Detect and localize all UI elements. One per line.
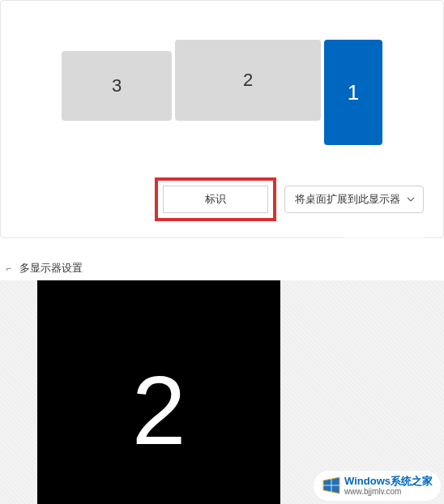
- extend-display-dropdown[interactable]: 将桌面扩展到此显示器: [284, 186, 424, 213]
- multi-display-label: 多显示器设置: [19, 261, 83, 275]
- monitor-3-label: 3: [112, 75, 122, 96]
- watermark-blur: [344, 227, 425, 240]
- identify-button-label: 标识: [205, 192, 226, 207]
- monitor-1-box[interactable]: 1: [324, 40, 382, 145]
- identify-overlay-number: 2: [132, 354, 186, 466]
- watermark-badge: Windows系统之家 www.bjjmlv.com: [314, 471, 441, 501]
- display-controls-row: 标识 将桌面扩展到此显示器: [1, 169, 443, 221]
- windows-logo-icon: [322, 476, 341, 495]
- identify-overlay-box: 2: [37, 280, 280, 504]
- collapse-icon: ⌐: [6, 263, 11, 273]
- watermark-text: Windows系统之家 www.bjjmlv.com: [344, 476, 433, 496]
- display-settings-panel: 3 2 1 标识 将桌面扩展到此显示器: [0, 0, 444, 238]
- display-arrangement-area[interactable]: 3 2 1: [1, 1, 443, 169]
- chevron-down-icon: [407, 195, 415, 203]
- watermark-url: www.bjjmlv.com: [344, 487, 433, 496]
- watermark-title: Windows系统之家: [344, 476, 433, 487]
- monitor-2-box[interactable]: 2: [175, 40, 321, 121]
- monitor-2-label: 2: [243, 70, 253, 91]
- identify-button-highlight: 标识: [155, 177, 276, 221]
- extend-dropdown-label: 将桌面扩展到此显示器: [295, 192, 400, 207]
- multi-display-section-header[interactable]: ⌐ 多显示器设置: [0, 238, 444, 280]
- identify-button[interactable]: 标识: [163, 186, 268, 213]
- monitor-3-box[interactable]: 3: [62, 51, 172, 121]
- monitor-1-label: 1: [348, 80, 359, 105]
